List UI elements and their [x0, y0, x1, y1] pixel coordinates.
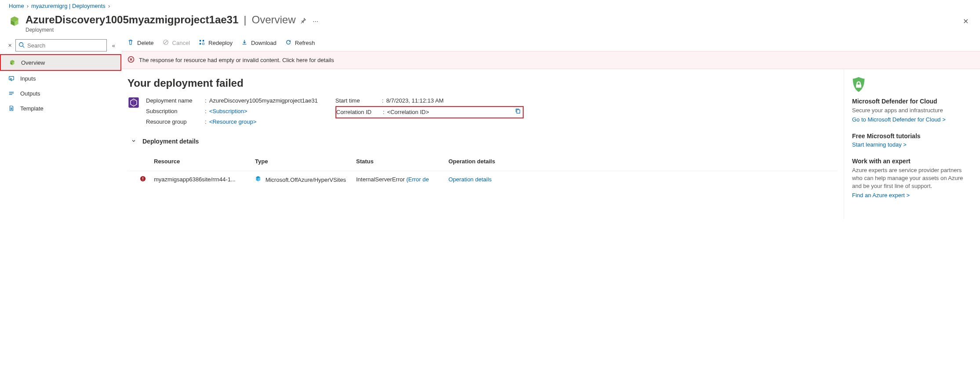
sidebar-item-label: Inputs [20, 75, 36, 82]
operation-details-link[interactable]: Operation details [448, 176, 492, 183]
error-details-link[interactable]: (Error de [406, 176, 429, 183]
cancel-icon [163, 39, 169, 47]
error-banner-text: The response for resource had empty or i… [139, 57, 334, 63]
toolbar: Delete Cancel Redeploy Download [121, 37, 980, 51]
sidebar-item-label: Overview [21, 59, 45, 66]
copy-icon[interactable] [515, 107, 521, 118]
deployment-details-table: Resource Type Status Operation details m… [128, 149, 838, 188]
sidebar-item-template[interactable]: Template [0, 101, 121, 116]
svg-rect-13 [517, 110, 520, 113]
deployment-details-toggle[interactable]: Deployment details [128, 138, 838, 145]
trash-icon [128, 39, 134, 47]
table-row[interactable]: myazmigsapp6386site/rrn44-1... Microsoft… [128, 171, 838, 188]
tutorials-link[interactable]: Start learning today > [852, 141, 907, 148]
svg-rect-7 [200, 43, 201, 45]
col-operation-details: Operation details [448, 158, 834, 165]
breadcrumb-rg[interactable]: myazuremigrg | Deployments [31, 3, 106, 9]
col-type: Type [255, 158, 356, 165]
kv-subscription: Subscription: <Subscription> [146, 106, 318, 117]
search-input[interactable] [27, 42, 104, 49]
breadcrumb: Home › myazuremigrg | Deployments › [0, 0, 980, 12]
search-input-wrapper[interactable] [15, 39, 107, 52]
col-resource: Resource [154, 158, 255, 165]
defender-desc: Secure your apps and infrastructure [852, 107, 969, 114]
kv-start-time: Start time: 8/7/2023, 11:12:13 AM [335, 96, 524, 106]
refresh-icon [285, 39, 291, 47]
col-status: Status [356, 158, 448, 165]
page-title: AzureDiscovery1005myazmigproject1ae31 [26, 14, 238, 26]
deployment-icon [128, 96, 140, 110]
redeploy-icon [199, 39, 205, 47]
defender-title: Microsoft Defender for Cloud [852, 98, 969, 105]
kv-resource-group: Resource group: <Resource group> [146, 117, 318, 127]
svg-point-0 [19, 42, 23, 46]
sidebar-item-inputs[interactable]: Inputs [0, 71, 121, 86]
svg-rect-16 [142, 180, 143, 180]
close-search-icon[interactable]: ✕ [8, 43, 12, 48]
cell-type: Microsoft.OffAzure/HyperVSites [255, 176, 356, 183]
cube-icon [255, 177, 263, 183]
expert-link[interactable]: Find an Azure expert > [852, 192, 910, 199]
page-section: Overview [252, 14, 296, 26]
tutorials-title: Free Microsoft tutorials [852, 132, 969, 140]
svg-rect-6 [203, 40, 204, 42]
search-icon [18, 42, 25, 49]
shield-icon [852, 77, 969, 93]
page-subtitle: Deployment [26, 27, 971, 33]
svg-line-1 [23, 46, 25, 48]
deployment-fail-title: Your deployment failed [128, 77, 838, 89]
cell-resource: myazmigsapp6386site/rrn44-1... [154, 176, 255, 183]
delete-button[interactable]: Delete [128, 39, 154, 47]
download-icon [241, 39, 248, 47]
sidebar-item-label: Outputs [20, 90, 40, 97]
expert-title: Work with an expert [852, 158, 969, 165]
resource-icon [9, 15, 20, 28]
svg-rect-8 [203, 43, 204, 45]
resource-group-link[interactable]: <Resource group> [209, 118, 257, 125]
pin-icon[interactable] [300, 18, 306, 25]
more-icon[interactable]: ⋯ [313, 18, 319, 25]
close-icon[interactable]: ✕ [960, 15, 971, 28]
breadcrumb-home[interactable]: Home [9, 3, 24, 9]
cancel-button: Cancel [163, 39, 190, 47]
error-dot-icon [140, 176, 154, 183]
svg-line-4 [164, 41, 167, 44]
sidebar-item-outputs[interactable]: Outputs [0, 86, 121, 101]
page-header: AzureDiscovery1005myazmigproject1ae31 | … [0, 12, 980, 37]
redeploy-button[interactable]: Redeploy [199, 39, 233, 47]
error-banner[interactable]: The response for resource had empty or i… [121, 51, 980, 69]
sidebar: ✕ « Overview Inputs [0, 37, 121, 219]
chevron-right-icon: › [27, 3, 29, 9]
expert-desc: Azure experts are service provider partn… [852, 166, 969, 190]
template-icon [8, 105, 15, 111]
collapse-sidebar-icon[interactable]: « [110, 40, 117, 51]
cubes-icon [9, 59, 16, 66]
chevron-down-icon [131, 138, 136, 145]
inputs-icon [8, 75, 15, 81]
outputs-icon [8, 90, 15, 96]
sidebar-item-label: Template [20, 105, 44, 112]
cell-status: InternalServerError (Error de [356, 176, 448, 183]
error-circle-icon [128, 56, 135, 64]
defender-link[interactable]: Go to Microsoft Defender for Cloud > [852, 116, 946, 123]
svg-rect-5 [200, 40, 201, 42]
kv-deployment-name: Deployment name: AzureDiscovery1005myazm… [146, 96, 318, 106]
chevron-right-icon: › [108, 3, 110, 9]
subscription-link[interactable]: <Subscription> [209, 108, 248, 114]
svg-rect-2 [9, 77, 14, 80]
sidebar-item-overview[interactable]: Overview [1, 55, 120, 70]
refresh-button[interactable]: Refresh [285, 39, 315, 47]
kv-correlation-id: Correlation ID: <Correlation ID> [336, 107, 521, 118]
download-button[interactable]: Download [241, 39, 277, 47]
right-panel: Microsoft Defender for Cloud Secure your… [844, 69, 980, 219]
svg-rect-15 [142, 177, 143, 179]
